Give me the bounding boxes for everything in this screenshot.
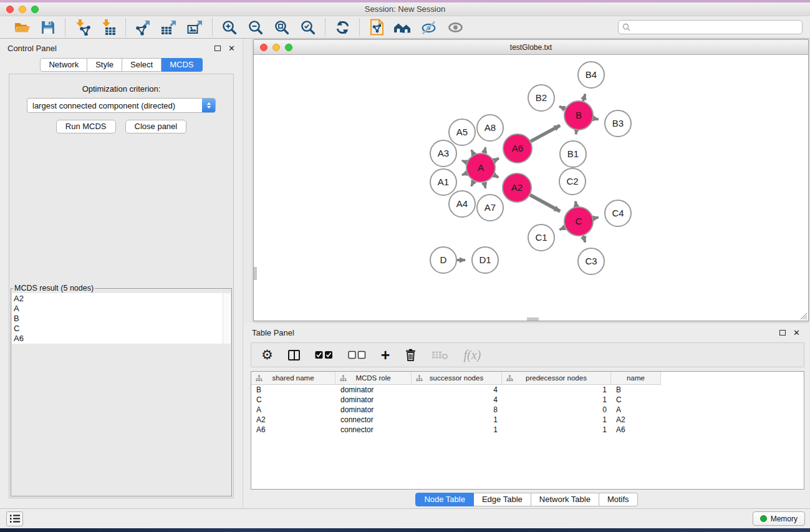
result-list-scrollbar[interactable] bbox=[223, 293, 231, 344]
zoom-fit-button[interactable] bbox=[271, 18, 292, 37]
search-box[interactable] bbox=[618, 20, 803, 34]
close-panel-icon[interactable]: ✕ bbox=[228, 44, 235, 52]
graph-node-B[interactable]: B bbox=[564, 101, 593, 130]
graph-edge-C-C2[interactable] bbox=[576, 201, 576, 207]
graph-node-A[interactable]: A bbox=[466, 153, 495, 182]
canvas-vertical-scroll-indicator[interactable] bbox=[254, 267, 257, 280]
column-header-name[interactable]: name bbox=[611, 372, 661, 385]
window-resize-grip-icon[interactable] bbox=[799, 312, 808, 320]
zoom-in-button[interactable] bbox=[219, 18, 240, 37]
table-row[interactable]: Adominator80A bbox=[251, 405, 804, 415]
tab-network[interactable]: Network bbox=[40, 58, 87, 72]
import-network-button[interactable] bbox=[72, 18, 93, 37]
graph-edge-A-A5[interactable] bbox=[471, 150, 474, 154]
graph-node-A8[interactable]: A8 bbox=[477, 115, 503, 141]
column-header-predecessor-nodes[interactable]: predecessor nodes bbox=[502, 372, 611, 385]
show-all-button[interactable] bbox=[445, 18, 466, 37]
settings-gear-button[interactable]: ⚙ bbox=[261, 346, 273, 364]
graph-node-C[interactable]: C bbox=[564, 207, 593, 236]
tab-network-table[interactable]: Network Table bbox=[531, 493, 599, 506]
export-image-button[interactable] bbox=[185, 18, 206, 37]
home-views-button[interactable] bbox=[392, 18, 413, 37]
search-input[interactable] bbox=[633, 23, 798, 32]
graph-edge-C-C1[interactable] bbox=[559, 228, 565, 230]
canvas-horizontal-scroll-indicator[interactable] bbox=[527, 317, 539, 321]
graph-edge-B-B2[interactable] bbox=[559, 107, 565, 109]
close-table-panel-icon[interactable]: ✕ bbox=[793, 329, 800, 337]
memory-button[interactable]: Memory bbox=[753, 511, 805, 526]
split-table-button[interactable] bbox=[288, 346, 300, 364]
graph-node-B4[interactable]: B4 bbox=[578, 62, 604, 88]
show-panels-button[interactable] bbox=[6, 511, 23, 526]
tab-style[interactable]: Style bbox=[87, 58, 122, 72]
graph-node-C4[interactable]: C4 bbox=[605, 200, 631, 226]
graph-edge-B-B1[interactable] bbox=[576, 130, 577, 135]
mcds-result-item[interactable]: B bbox=[14, 314, 231, 324]
graph-node-A1[interactable]: A1 bbox=[430, 169, 456, 195]
tab-edge-table[interactable]: Edge Table bbox=[474, 493, 531, 506]
new-network-from-selection-button[interactable] bbox=[366, 18, 387, 37]
graph-node-C1[interactable]: C1 bbox=[528, 225, 554, 251]
tab-select[interactable]: Select bbox=[122, 58, 162, 72]
column-header-successor-nodes[interactable]: successor nodes bbox=[412, 372, 502, 385]
close-panel-button[interactable]: Close panel bbox=[125, 120, 187, 133]
graph-edge-C-C4[interactable] bbox=[594, 217, 599, 218]
table-row[interactable]: A2connector11A2 bbox=[251, 415, 804, 425]
float-table-panel-icon[interactable] bbox=[779, 330, 786, 336]
add-column-button[interactable]: + bbox=[381, 346, 390, 364]
float-panel-icon[interactable] bbox=[215, 46, 221, 51]
open-session-button[interactable] bbox=[11, 18, 32, 37]
graph-edge-A-A8[interactable] bbox=[484, 147, 485, 153]
table-row[interactable]: Bdominator41B bbox=[251, 385, 804, 395]
column-header-shared-name[interactable]: shared name bbox=[251, 372, 335, 385]
graph-node-D[interactable]: D bbox=[430, 247, 456, 273]
graph-node-A2[interactable]: A2 bbox=[503, 173, 531, 202]
graph-edge-A-A2[interactable] bbox=[494, 175, 498, 178]
zoom-selected-button[interactable] bbox=[297, 18, 319, 37]
function-builder-button[interactable]: f(x) bbox=[463, 346, 481, 364]
graph-node-C2[interactable]: C2 bbox=[559, 168, 586, 195]
graph-node-B3[interactable]: B3 bbox=[605, 110, 631, 137]
run-mcds-button[interactable]: Run MCDS bbox=[56, 120, 116, 133]
tab-motifs[interactable]: Motifs bbox=[599, 493, 638, 506]
network-window-titlebar[interactable]: testGlobe.txt bbox=[254, 40, 808, 55]
delete-column-button[interactable] bbox=[405, 346, 417, 364]
delete-table-button[interactable] bbox=[432, 346, 448, 364]
mcds-result-item[interactable]: A bbox=[14, 304, 231, 314]
save-session-button[interactable] bbox=[37, 18, 59, 37]
graph-node-B1[interactable]: B1 bbox=[560, 141, 586, 167]
mcds-result-item[interactable]: A6 bbox=[14, 334, 231, 344]
zoom-out-button[interactable] bbox=[245, 18, 266, 37]
graph-edge-A-A1[interactable] bbox=[462, 173, 467, 175]
graph-node-A3[interactable]: A3 bbox=[430, 140, 456, 167]
graph-node-B2[interactable]: B2 bbox=[528, 85, 554, 111]
network-canvas[interactable]: B4B2BB3A5A8A6A3B1AA1C2A2A4A7C4CC1DD1C3 bbox=[254, 55, 808, 321]
mcds-result-item[interactable]: C bbox=[14, 324, 231, 334]
tab-node-table[interactable]: Node Table bbox=[415, 493, 474, 506]
graph-node-A6[interactable]: A6 bbox=[503, 134, 532, 163]
graph-node-D1[interactable]: D1 bbox=[472, 247, 498, 273]
tab-mcds[interactable]: MCDS bbox=[162, 58, 202, 72]
graph-edge-A-A4[interactable] bbox=[471, 181, 474, 186]
mcds-result-list[interactable]: A2ABCA6 bbox=[12, 293, 231, 344]
export-network-button[interactable] bbox=[132, 18, 153, 37]
import-table-button[interactable] bbox=[98, 18, 119, 37]
graph-edge-A6-B[interactable] bbox=[531, 125, 560, 141]
graph-node-C3[interactable]: C3 bbox=[578, 248, 604, 274]
graph-node-A4[interactable]: A4 bbox=[449, 191, 475, 217]
graph-edge-A-A3[interactable] bbox=[462, 160, 467, 162]
export-table-button[interactable] bbox=[158, 18, 180, 37]
graph-edge-A2-C[interactable] bbox=[530, 195, 560, 211]
table-row[interactable]: A6connector11A6 bbox=[251, 425, 804, 435]
graph-edge-A-A6[interactable] bbox=[494, 158, 499, 161]
refresh-layout-button[interactable] bbox=[332, 18, 353, 37]
mcds-result-item[interactable]: A2 bbox=[14, 294, 231, 304]
graph-edge-C-C3[interactable] bbox=[583, 236, 585, 243]
graph-edge-A-A7[interactable] bbox=[484, 182, 485, 188]
graph-edge-B-B4[interactable] bbox=[583, 94, 586, 101]
graph-edge-B-B3[interactable] bbox=[594, 118, 599, 120]
graph-node-A7[interactable]: A7 bbox=[477, 195, 503, 221]
graph-node-A5[interactable]: A5 bbox=[449, 119, 475, 145]
hide-selected-button[interactable] bbox=[418, 18, 440, 37]
table-row[interactable]: Cdominator41C bbox=[251, 395, 804, 405]
